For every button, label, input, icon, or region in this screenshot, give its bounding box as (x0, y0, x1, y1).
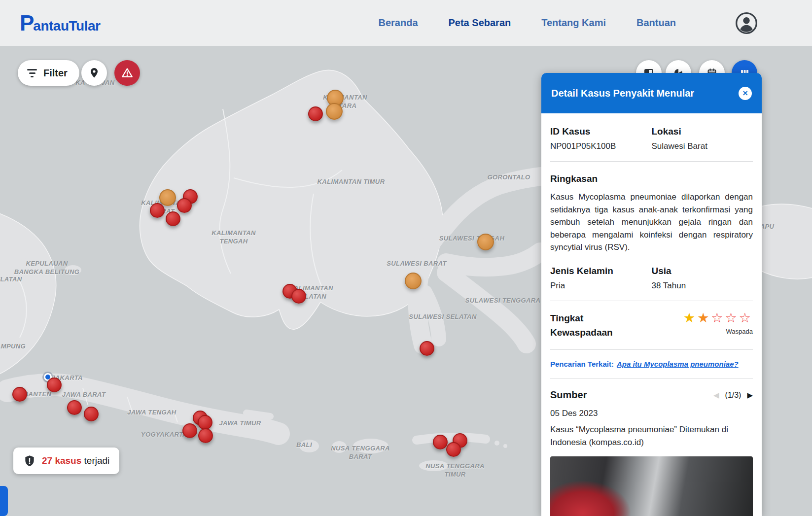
location-label: Lokasi (652, 126, 753, 137)
partial-blue-button[interactable] (0, 486, 8, 516)
case-marker-red[interactable] (198, 428, 213, 443)
case-marker-red[interactable] (182, 423, 197, 438)
app-header: PantauTular Beranda Peta Sebaran Tentang… (0, 0, 812, 46)
pager-count: (1/3) (725, 391, 741, 400)
age-label: Usia (652, 266, 753, 276)
id-value: NP001P05K100B (550, 141, 652, 151)
panel-title: Detail Kasus Penyakit Menular (551, 88, 694, 99)
related-search-label: Pencarian Terkait: (550, 360, 614, 368)
case-marker-orange[interactable] (326, 103, 343, 120)
case-marker-red[interactable] (47, 378, 62, 392)
source-image[interactable] (550, 456, 753, 516)
source-headline: Kasus “Mycoplasma pneumoniae” Ditemukan … (550, 423, 753, 448)
logo-text: antauTular (33, 18, 100, 34)
gender-label: Jenis Kelamin (550, 266, 652, 276)
source-pager: ◀ (1/3) ▶ (713, 391, 753, 400)
user-avatar-button[interactable] (735, 12, 758, 34)
divider (550, 301, 753, 301)
divider (550, 378, 753, 378)
app-logo[interactable]: PantauTular (20, 11, 100, 35)
gender-value: Pria (550, 281, 652, 291)
divider (550, 349, 753, 350)
panel-body: ID Kasus NP001P05K100B Lokasi Sulawesi B… (541, 113, 762, 516)
case-marker-orange[interactable] (405, 273, 422, 289)
star-icon: ★ (697, 310, 711, 325)
case-marker-red[interactable] (420, 341, 434, 356)
case-marker-red[interactable] (177, 198, 192, 213)
location-pin-button[interactable] (81, 60, 107, 86)
island-java (7, 385, 279, 434)
case-marker-red[interactable] (84, 407, 99, 421)
case-marker-red[interactable] (308, 106, 323, 121)
filter-label: Filter (43, 68, 68, 79)
pager-prev-icon[interactable]: ◀ (713, 391, 719, 400)
related-search-link[interactable]: Apa itu Mycoplasma pneumoniae? (617, 360, 739, 368)
alert-triangle-icon (121, 67, 134, 79)
star-icon: ☆ (725, 310, 739, 325)
related-search-row: Pencarian Terkait:Apa itu Mycoplasma pne… (550, 360, 753, 368)
alert-report-button[interactable] (114, 60, 140, 86)
case-count-suffix: terjadi (84, 455, 110, 466)
case-detail-panel: Detail Kasus Penyakit Menular ✕ ID Kasus… (541, 73, 762, 516)
nav-bantuan[interactable]: Bantuan (636, 17, 676, 29)
case-marker-red[interactable] (446, 442, 461, 457)
close-button[interactable]: ✕ (739, 87, 752, 100)
star-icon: ☆ (739, 310, 753, 325)
case-marker-orange[interactable] (159, 189, 176, 206)
case-marker-red[interactable] (150, 203, 165, 218)
source-date: 05 Des 2023 (550, 409, 753, 418)
nav-peta-sebaran[interactable]: Peta Sebaran (449, 17, 511, 29)
filter-icon (27, 69, 37, 77)
star-icon: ☆ (711, 310, 725, 325)
close-icon: ✕ (742, 89, 748, 97)
case-marker-red[interactable] (198, 415, 212, 430)
filter-button[interactable]: Filter (18, 60, 79, 86)
case-marker-red[interactable] (166, 211, 180, 226)
source-label: Sumber (550, 389, 587, 401)
shield-alert-icon (23, 454, 36, 467)
logo-initial: P (20, 11, 33, 35)
case-marker-orange[interactable] (477, 234, 494, 250)
nav-tentang-kami[interactable]: Tentang Kami (541, 17, 606, 29)
main-nav: Beranda Peta Sebaran Tentang Kami Bantua… (378, 12, 812, 34)
star-icon: ★ (683, 310, 697, 325)
nav-beranda[interactable]: Beranda (378, 17, 418, 29)
age-value: 38 Tahun (652, 281, 753, 291)
case-marker-red[interactable] (12, 387, 27, 402)
location-pin-icon (88, 67, 100, 79)
case-marker-red[interactable] (67, 400, 82, 415)
id-location-row: ID Kasus NP001P05K100B Lokasi Sulawesi B… (550, 126, 753, 151)
case-count-text: 27 kasus (42, 455, 81, 466)
case-count-badge: 27 kasus terjadi (13, 447, 119, 474)
gender-age-row: Jenis Kelamin Pria Usia 38 Tahun (550, 266, 753, 291)
island-sumatra (0, 208, 56, 377)
summary-label: Ringkasan (550, 173, 753, 184)
pager-next-icon[interactable]: ▶ (747, 391, 753, 400)
alert-level-text: Waspada (683, 328, 753, 335)
panel-header: Detail Kasus Penyakit Menular ✕ (541, 73, 762, 113)
location-value: Sulawesi Barat (652, 141, 753, 151)
divider (550, 161, 753, 162)
source-header: Sumber ◀ (1/3) ▶ (550, 389, 753, 401)
summary-text: Kasus Mycoplasma pneumoniae dilaporkan d… (550, 191, 753, 254)
case-marker-red[interactable] (433, 435, 448, 449)
id-label: ID Kasus (550, 126, 652, 137)
alert-level-label: Tingkat Kewaspadaan (550, 311, 629, 340)
alert-stars: ★★☆☆☆ (683, 311, 753, 326)
alert-level-row: Tingkat Kewaspadaan ★★☆☆☆ Waspada (550, 311, 753, 340)
case-marker-red[interactable] (291, 289, 306, 304)
